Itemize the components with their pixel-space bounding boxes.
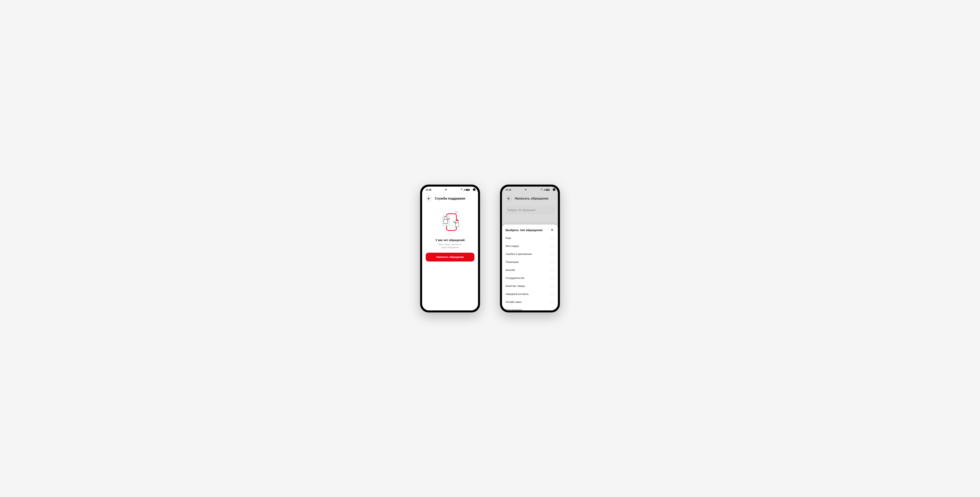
radio-icon xyxy=(551,245,554,248)
empty-subtitle: Здесь будут храниться ваши обращения xyxy=(439,243,462,249)
support-illustration-icon xyxy=(436,208,464,236)
option-row[interactable]: Жалоба xyxy=(506,266,554,274)
empty-title: У вас нет обращений xyxy=(436,239,465,242)
arrow-left-icon xyxy=(427,197,431,200)
radio-icon xyxy=(551,260,554,264)
type-picker-sheet: Выбрать тип обращения ИграМоя скидкаОшиб… xyxy=(502,225,558,311)
sheet-title: Выбрать тип обращения xyxy=(506,228,542,232)
svg-point-6 xyxy=(444,216,447,219)
back-button[interactable] xyxy=(426,195,432,202)
option-row[interactable]: Народный контроль xyxy=(506,290,554,298)
mockup-stage: 21:58 100 Служба поддержки xyxy=(396,173,584,324)
page-header: Служба поддержки xyxy=(422,193,478,204)
option-row[interactable]: Другой вопрос xyxy=(506,306,554,311)
option-label: Пожелание xyxy=(506,261,519,263)
option-row[interactable]: Игра xyxy=(506,234,554,242)
camera-hole-icon xyxy=(473,188,476,191)
screen-request: 21:58 100 Написать обращение Выбрать тип… xyxy=(502,186,558,311)
option-row[interactable]: Ошибка в приложении xyxy=(506,250,554,258)
option-label: Моя скидка xyxy=(506,245,519,247)
svg-point-3 xyxy=(455,212,456,213)
phone-frame-request: 21:58 100 Написать обращение Выбрать тип… xyxy=(500,185,560,312)
option-row[interactable]: Сотрудничество xyxy=(506,274,554,282)
svg-point-5 xyxy=(457,212,457,213)
radio-icon xyxy=(551,252,554,256)
camera-hole-icon xyxy=(553,188,555,191)
phone-frame-support: 21:58 100 Служба поддержки xyxy=(420,185,480,312)
option-label: Ошибка в приложении xyxy=(506,253,532,255)
close-button[interactable] xyxy=(550,228,554,232)
radio-icon xyxy=(551,300,554,304)
radio-icon xyxy=(551,268,554,272)
option-row[interactable]: Моя скидка xyxy=(506,242,554,250)
option-row[interactable]: Качество товара xyxy=(506,282,554,290)
option-label: Жалоба xyxy=(506,269,515,271)
option-row[interactable]: Онлайн-заказ xyxy=(506,298,554,306)
options-list: ИграМоя скидкаОшибка в приложенииПожелан… xyxy=(502,234,558,311)
svg-point-4 xyxy=(456,212,457,213)
radio-icon xyxy=(551,292,554,296)
cellular-icon xyxy=(463,189,466,191)
option-row[interactable]: Пожелание xyxy=(506,258,554,266)
status-time: 21:58 xyxy=(426,189,431,191)
option-label: Другой вопрос xyxy=(506,309,522,311)
radio-icon xyxy=(551,284,554,288)
radio-icon xyxy=(551,237,554,240)
write-request-button[interactable]: Написать обращение xyxy=(426,253,474,261)
close-icon xyxy=(550,228,554,231)
radio-icon xyxy=(551,308,554,311)
option-label: Игра xyxy=(506,237,511,239)
empty-state: У вас нет обращений Здесь будут хранитьс… xyxy=(422,204,478,311)
sheet-header: Выбрать тип обращения xyxy=(502,225,558,234)
screen-support: 21:58 100 Служба поддержки xyxy=(422,186,478,311)
option-label: Сотрудничество xyxy=(506,277,524,279)
option-label: Народный контроль xyxy=(506,293,529,295)
notification-bell-icon xyxy=(445,189,447,191)
battery-badge: 100 xyxy=(466,189,469,191)
option-label: Качество товара xyxy=(506,285,525,287)
option-label: Онлайн-заказ xyxy=(506,301,522,303)
page-title: Служба поддержки xyxy=(435,197,465,200)
wifi-icon xyxy=(460,189,463,191)
radio-icon xyxy=(551,276,554,280)
status-bar: 21:58 100 xyxy=(422,186,478,193)
